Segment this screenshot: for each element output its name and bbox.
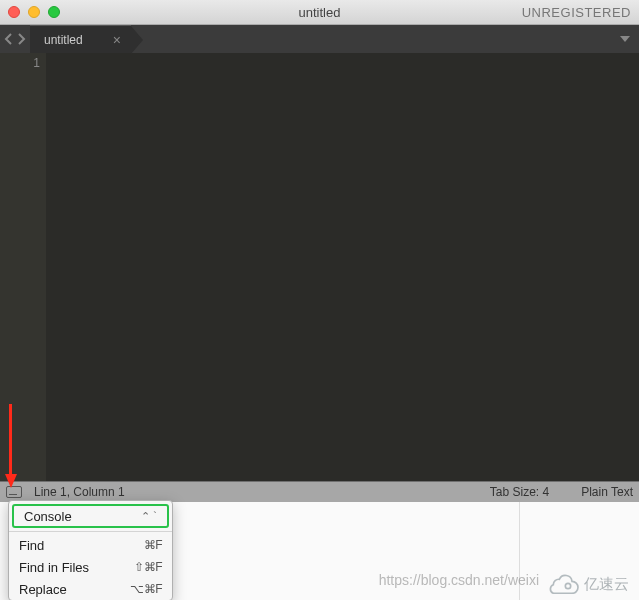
watermark-url: https://blog.csdn.net/weixi (379, 572, 539, 588)
menu-item-find-in-files[interactable]: Find in Files ⇧⌘F (9, 556, 172, 578)
menu-item-label: Find (19, 538, 44, 553)
tab-dropdown-icon[interactable] (611, 25, 639, 53)
menu-item-shortcut: ⌘F (144, 538, 162, 552)
editor-area: 1 (0, 53, 639, 481)
tab-label: untitled (44, 33, 83, 47)
cursor-position[interactable]: Line 1, Column 1 (34, 485, 125, 499)
status-bar: Line 1, Column 1 Tab Size: 4 Plain Text (0, 481, 639, 502)
maximize-window-button[interactable] (48, 6, 60, 18)
panel-switcher-icon[interactable] (6, 486, 22, 498)
menu-item-shortcut: ⇧⌘F (134, 560, 162, 574)
window-titlebar: untitled UNREGISTERED (0, 0, 639, 25)
tab-untitled[interactable]: untitled × (30, 25, 131, 53)
panel-switcher-menu: Console ⌃ ` Find ⌘F Find in Files ⇧⌘F Re… (8, 500, 173, 600)
traffic-lights (8, 6, 60, 18)
close-window-button[interactable] (8, 6, 20, 18)
tab-history-nav (0, 25, 30, 53)
tab-bar: untitled × (0, 25, 639, 53)
menu-item-label: Console (24, 509, 72, 524)
svg-point-0 (565, 583, 570, 588)
menu-separator (9, 531, 172, 532)
syntax-label[interactable]: Plain Text (581, 485, 633, 499)
minimize-window-button[interactable] (28, 6, 40, 18)
tab-close-icon[interactable]: × (113, 32, 121, 48)
menu-item-label: Find in Files (19, 560, 89, 575)
tab-forward-icon[interactable] (16, 33, 26, 45)
watermark-brand: 亿速云 (584, 575, 629, 594)
menu-item-replace[interactable]: Replace ⌥⌘F (9, 578, 172, 600)
window-title: untitled (299, 5, 341, 20)
tab-back-icon[interactable] (4, 33, 14, 45)
line-number: 1 (0, 56, 40, 70)
menu-item-label: Replace (19, 582, 67, 597)
unregistered-label: UNREGISTERED (522, 5, 631, 20)
watermark-logo: 亿速云 (548, 574, 629, 594)
menu-item-find[interactable]: Find ⌘F (9, 534, 172, 556)
line-gutter: 1 (0, 53, 46, 481)
menu-item-console[interactable]: Console ⌃ ` (12, 504, 169, 528)
tab-size-label[interactable]: Tab Size: 4 (490, 485, 549, 499)
code-text-area[interactable] (46, 53, 639, 481)
menu-item-shortcut: ⌃ ` (141, 510, 157, 523)
cloud-icon (548, 574, 580, 594)
menu-item-shortcut: ⌥⌘F (130, 582, 162, 596)
